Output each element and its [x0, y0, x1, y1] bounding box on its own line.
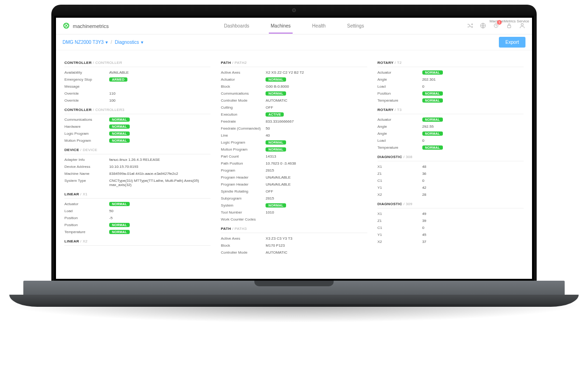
- status-badge: NORMAL: [266, 147, 286, 152]
- row-spindle-rotating: Spindle RotatingOFF: [221, 188, 367, 195]
- row-load: Load0: [378, 137, 524, 144]
- section-diagnostic-309: DIAGNOSTIC / 309: [378, 202, 524, 208]
- diagnostics-content: CONTROLLER / CONTROLLER AvailabilityAVAI…: [56, 50, 532, 256]
- row-availability: AvailabilityAVAILABLE: [64, 69, 210, 76]
- breadcrumb-page[interactable]: Diagnostics ▾: [115, 40, 143, 45]
- status-badge: NORMAL: [109, 131, 130, 136]
- row-feedrate: Feedrate833.3316666667: [221, 118, 367, 125]
- row-z1: Z136: [378, 170, 524, 177]
- brand[interactable]: machinemetrics: [63, 22, 109, 30]
- row-x1: X148: [378, 163, 524, 170]
- nav-machines[interactable]: Machines: [269, 18, 293, 34]
- notifications-icon[interactable]: 1: [493, 22, 499, 30]
- row-hardware: HardwareNORMAL: [64, 123, 210, 130]
- status-badge: NORMAL: [266, 203, 286, 207]
- section-path3: PATH / PATH3: [221, 227, 367, 233]
- status-badge: NORMAL: [109, 223, 130, 227]
- row-angle: Angle292.55: [378, 123, 524, 130]
- row-communications: CommunicationsNORMAL: [64, 116, 210, 123]
- row-cutting: CuttingOFF: [221, 104, 367, 111]
- row-program: Program2815: [221, 167, 367, 174]
- nav-health[interactable]: Health: [310, 18, 328, 34]
- laptop-camera-bar: [51, 5, 537, 16]
- laptop-screen-bezel: MachineMetrics Service machinemetrics Da…: [51, 16, 537, 281]
- status-badge: NORMAL: [266, 77, 286, 82]
- status-badge: ARMED: [109, 77, 127, 82]
- row-position: Position-5: [64, 214, 210, 221]
- row-temperature: TemperatureNORMAL: [378, 97, 524, 104]
- breadcrumb-bar: DMG NZ2000 T3Y3 ▾ / Diagnostics ▾ Export: [56, 35, 532, 50]
- row-z1: Z139: [378, 217, 524, 224]
- section-device: DEVICE / DEVICE: [64, 148, 210, 154]
- status-badge: NORMAL: [422, 145, 443, 150]
- section-rotary-t2: ROTARY / T2: [378, 61, 524, 67]
- section-controller: CONTROLLER / CONTROLLER: [64, 61, 210, 67]
- row-active-axes: Active AxesX2 XS Z2 C2 Y2 B2 T2: [221, 69, 367, 76]
- row-active-axes: Active AxesX3 Z3 C3 Y3 T3: [221, 235, 367, 242]
- row-execution: ExecutionACTIVE: [221, 111, 367, 118]
- status-badge: ACTIVE: [266, 112, 284, 117]
- camera-dot-icon: [292, 8, 296, 12]
- section-diagnostic-308: DIAGNOSTIC / 308: [378, 155, 524, 161]
- breadcrumb-separator: /: [111, 40, 112, 45]
- row-y1: Y145: [378, 231, 524, 238]
- breadcrumb-machine-label: DMG NZ2000 T3Y3: [63, 40, 104, 45]
- row-controller-mode: Controller ModeAUTOMATIC: [221, 249, 367, 256]
- row-x2: X228: [378, 191, 524, 198]
- nav-settings[interactable]: Settings: [345, 18, 366, 34]
- section-rotary-t3: ROTARY / T3: [378, 108, 524, 114]
- row-machine-name: Machine Name8384599a-01af-441b-aace-e3a9…: [64, 170, 210, 177]
- row-device-address: Device Address10.10.15.70:8193: [64, 163, 210, 170]
- row-c1: C10: [378, 224, 524, 231]
- row-path-position: Path Position10.7623 0 -3.4638: [221, 160, 367, 167]
- row-load: Load0: [378, 83, 524, 90]
- row-load: Load50: [64, 207, 210, 214]
- globe-icon[interactable]: [480, 22, 486, 30]
- nav-dashboards[interactable]: Dashboards: [222, 18, 251, 34]
- brand-logo-icon: [63, 22, 70, 30]
- chevron-down-icon: ▾: [105, 40, 108, 45]
- main-nav: Dashboards Machines Health Settings: [222, 18, 366, 34]
- row-position: PositionNORMAL: [64, 221, 210, 228]
- chevron-down-icon: ▾: [141, 40, 143, 45]
- section-linear-x2: LINEAR / X2: [64, 239, 210, 246]
- row-x2: X237: [378, 238, 524, 245]
- status-badge: NORMAL: [109, 230, 130, 234]
- row-logic-program: Logic ProgramNORMAL: [64, 130, 210, 137]
- row-block: BlockM170 P123: [221, 242, 367, 249]
- row-override: Override110: [64, 90, 210, 97]
- row-actuator: ActuatorNORMAL: [221, 76, 367, 83]
- column-3: ROTARY / T2 ActuatorNORMAL Angle202.301 …: [378, 57, 524, 256]
- row-program-header: Program HeaderUNAVAILABLE: [221, 181, 367, 188]
- row-motion-program: Motion ProgramNORMAL: [221, 146, 367, 153]
- export-button[interactable]: Export: [499, 37, 525, 48]
- row-communications: CommunicationsNORMAL: [221, 90, 367, 97]
- row-system-type: System TypeCNCType(31i) MTType(TT:Lathe,…: [64, 177, 210, 188]
- status-badge: NORMAL: [422, 98, 443, 103]
- row-part-count: Part Count14313: [221, 153, 367, 160]
- row-message: Message: [64, 83, 210, 90]
- status-badge: NORMAL: [109, 124, 130, 129]
- app-screen: MachineMetrics Service machinemetrics Da…: [56, 18, 532, 279]
- breadcrumb-machine[interactable]: DMG NZ2000 T3Y3 ▾: [63, 40, 108, 45]
- row-feedrate-commanded: Feedrate (Commanded)50: [221, 125, 367, 132]
- status-badge: NORMAL: [109, 138, 130, 143]
- row-tool-number: Tool Number1010: [221, 209, 367, 216]
- row-temperature: TemperatureNORMAL: [378, 144, 524, 151]
- laptop-keyboard-deck: [23, 281, 565, 295]
- row-line: Line40: [221, 132, 367, 139]
- row-angle: Angle202.301: [378, 76, 524, 83]
- row-y1: Y142: [378, 184, 524, 191]
- user-icon[interactable]: [519, 22, 525, 30]
- row-actuator: ActuatorNORMAL: [64, 200, 210, 207]
- section-controller3: CONTROLLER / CONTROLLER3: [64, 108, 210, 114]
- breadcrumb-page-label: Diagnostics: [115, 40, 139, 45]
- brand-name: machinemetrics: [73, 23, 109, 29]
- lock-icon[interactable]: [506, 22, 512, 30]
- row-work-counter-codes: Work Counter Codes: [221, 216, 367, 223]
- shuffle-icon[interactable]: [467, 22, 473, 30]
- row-motion-program: Motion ProgramNORMAL: [64, 137, 210, 144]
- row-angle: AngleNORMAL: [378, 130, 524, 137]
- notification-badge: 1: [497, 20, 502, 25]
- status-badge: NORMAL: [422, 117, 443, 122]
